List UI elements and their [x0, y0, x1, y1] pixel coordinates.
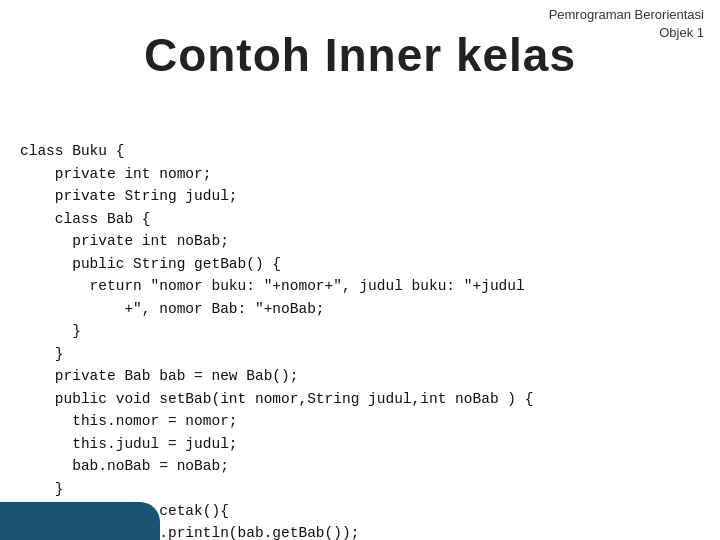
code-line-7: return "nomor buku: "+nomor+", judul buk…: [20, 278, 525, 294]
code-line-13: this.nomor = nomor;: [20, 413, 238, 429]
code-line-3: private String judul;: [20, 188, 238, 204]
code-line-12: public void setBab(int nomor,String judu…: [20, 391, 533, 407]
code-line-2: private int nomor;: [20, 166, 211, 182]
code-line-8: +", nomor Bab: "+noBab;: [20, 301, 325, 317]
code-line-9: }: [20, 323, 81, 339]
code-line-6: public String getBab() {: [20, 256, 281, 272]
code-line-16: }: [20, 481, 64, 497]
bottom-decoration: [0, 502, 160, 540]
header-subtitle: Pemrograman Berorientasi Objek 1: [549, 0, 720, 42]
code-line-1: class Buku {: [20, 143, 124, 159]
code-line-14: this.judul = judul;: [20, 436, 238, 452]
code-line-10: }: [20, 346, 64, 362]
code-line-11: private Bab bab = new Bab();: [20, 368, 298, 384]
code-line-15: bab.noBab = noBab;: [20, 458, 229, 474]
code-content: class Buku { private int nomor; private …: [20, 118, 710, 540]
code-line-4: class Bab {: [20, 211, 151, 227]
code-line-5: private int noBab;: [20, 233, 229, 249]
